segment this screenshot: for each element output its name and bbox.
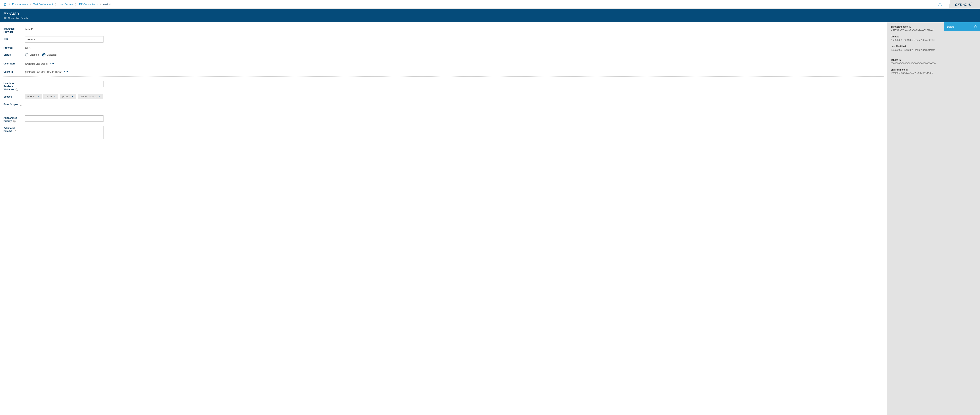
top-bar: ❯ Environments ❯ Test Environment ❯ User… — [0, 0, 980, 9]
meta-label-id: IDP Connection ID — [891, 25, 940, 28]
page-header: Ax-Auth IDP Connection Details — [0, 9, 980, 22]
radio-enabled[interactable]: Enabled — [25, 53, 39, 56]
value-user-store: (Default) End-Users — [25, 61, 48, 65]
breadcrumb: ❯ Environments ❯ Test Environment ❯ User… — [0, 0, 933, 8]
info-icon[interactable] — [20, 103, 22, 106]
form-area: (Managed) Provider AxAuth Title Protocol… — [0, 22, 887, 415]
meta-value-tenant: 00000000-0000-0000-0000-000000000000 — [891, 62, 940, 65]
scope-tag: offline_access — [78, 94, 103, 99]
breadcrumb-link-test-environment[interactable]: Test Environment — [33, 3, 53, 6]
row-extra-scopes: Extra Scopes — [3, 102, 884, 108]
radio-circle-icon — [25, 53, 29, 56]
home-icon[interactable] — [3, 3, 7, 6]
input-title[interactable] — [25, 36, 103, 43]
scope-tag: email — [43, 94, 59, 99]
breadcrumb-current: Ax-Auth — [103, 3, 112, 6]
row-webhook: User Info Retrieval Webhook — [3, 81, 884, 91]
value-protocol: OIDC — [25, 45, 32, 49]
meta-created: Created 20/02/2023, 22:13 by Tenant Admi… — [891, 35, 940, 41]
scope-tag: openid — [25, 94, 42, 99]
value-client-id: (Default) End-User OAuth Client — [25, 69, 62, 73]
chevron-right-icon: ❯ — [75, 3, 76, 5]
delete-button[interactable]: Delete — [944, 22, 980, 31]
meta-value-created: 20/02/2023, 22:13 by Tenant Administrato… — [891, 39, 940, 41]
row-appearance-priority: Appearance Priority — [3, 115, 884, 122]
main-content: (Managed) Provider AxAuth Title Protocol… — [0, 22, 980, 415]
scope-tag-label: openid — [27, 95, 35, 98]
label-extra-scopes: Extra Scopes — [3, 102, 25, 106]
label-title: Title — [3, 36, 25, 41]
scope-tag-label: email — [46, 95, 52, 98]
meta-label-created: Created — [891, 35, 940, 38]
input-additional-params[interactable] — [25, 126, 103, 139]
breadcrumb-link-user-service[interactable]: User Service — [59, 3, 73, 6]
label-webhook: User Info Retrieval Webhook — [3, 81, 25, 91]
label-webhook-text: User Info Retrieval Webhook — [3, 82, 14, 91]
meta-label-modified: Last Modified — [891, 45, 940, 48]
remove-scope-icon[interactable] — [37, 95, 40, 98]
label-client-id: Client Id — [3, 69, 25, 74]
meta-panel: IDP Connection ID ecf7559d-77be-4a7c-866… — [887, 22, 944, 415]
radio-label-enabled: Enabled — [30, 53, 39, 56]
delete-button-label: Delete — [947, 25, 955, 28]
page-subtitle: IDP Connection Details — [3, 17, 977, 20]
radio-circle-selected-icon — [42, 53, 46, 56]
row-title: Title — [3, 36, 884, 43]
trash-icon — [974, 25, 977, 29]
chevron-right-icon: ❯ — [9, 3, 10, 5]
value-provider: AxAuth — [25, 26, 33, 30]
chevron-right-icon: ❯ — [55, 3, 56, 5]
user-menu[interactable] — [933, 0, 947, 8]
row-status: Status Enabled Disabled — [3, 52, 884, 57]
label-appearance-priority: Appearance Priority — [3, 115, 25, 122]
chevron-right-icon: ❯ — [100, 3, 101, 5]
radio-label-disabled: Disabled — [47, 53, 57, 56]
label-status: Status — [3, 52, 25, 57]
meta-tenant: Tenant ID 00000000-0000-0000-0000-000000… — [891, 59, 940, 65]
row-provider: (Managed) Provider AxAuth — [3, 26, 884, 33]
row-additional-params: Additional Params — [3, 126, 884, 139]
breadcrumb-link-environments[interactable]: Environments — [12, 3, 28, 6]
breadcrumb-link-idp-connections[interactable]: IDP Connections — [78, 3, 97, 6]
input-extra-scopes[interactable] — [25, 102, 64, 108]
label-additional-params: Additional Params — [3, 126, 25, 133]
row-user-store: User Store (Default) End-Users ••• — [3, 61, 884, 65]
meta-connection-id: IDP Connection ID ecf7559d-77be-4a7c-866… — [891, 25, 940, 32]
input-appearance-priority[interactable] — [25, 115, 103, 122]
brand-text: axinom! — [955, 2, 972, 7]
user-icon — [938, 2, 942, 6]
meta-divider — [887, 55, 944, 55]
row-protocol: Protocol OIDC — [3, 45, 884, 49]
more-options-user-store[interactable]: ••• — [50, 61, 54, 65]
meta-value-environment: 1f66f80f-c785-44e0-aa7c-9bb197b158ce — [891, 72, 940, 75]
row-scopes: Scopes openidemailprofileoffline_access — [3, 94, 884, 99]
status-radio-group: Enabled Disabled — [25, 52, 56, 56]
info-icon[interactable] — [13, 120, 16, 122]
scope-tag-label: profile — [62, 95, 69, 98]
row-client-id: Client Id (Default) End-User OAuth Clien… — [3, 69, 884, 74]
more-options-client-id[interactable]: ••• — [64, 69, 68, 73]
scopes-tags: openidemailprofileoffline_access — [25, 94, 103, 99]
label-scopes: Scopes — [3, 94, 25, 99]
meta-environment: Environment ID 1f66f80f-c785-44e0-aa7c-9… — [891, 68, 940, 75]
meta-label-tenant: Tenant ID — [891, 59, 940, 61]
scope-tag-label: offline_access — [80, 95, 96, 98]
info-icon[interactable] — [16, 88, 18, 91]
meta-modified: Last Modified 20/02/2023, 22:13 by Tenan… — [891, 45, 940, 51]
meta-label-environment: Environment ID — [891, 68, 940, 71]
scope-tag: profile — [60, 94, 76, 99]
label-protocol: Protocol — [3, 45, 25, 49]
svg-point-17 — [14, 121, 15, 121]
radio-disabled[interactable]: Disabled — [42, 53, 57, 56]
meta-value-modified: 20/02/2023, 22:13 by Tenant Administrato… — [891, 49, 940, 51]
chevron-right-icon: ❯ — [30, 3, 31, 5]
remove-scope-icon[interactable] — [98, 95, 100, 98]
label-provider: (Managed) Provider — [3, 26, 25, 33]
remove-scope-icon[interactable] — [54, 95, 56, 98]
info-icon[interactable] — [14, 130, 16, 132]
svg-point-0 — [939, 3, 940, 4]
remove-scope-icon[interactable] — [72, 95, 74, 98]
label-user-store: User Store — [3, 61, 25, 65]
page-title: Ax-Auth — [3, 11, 977, 16]
input-webhook[interactable] — [25, 81, 103, 87]
